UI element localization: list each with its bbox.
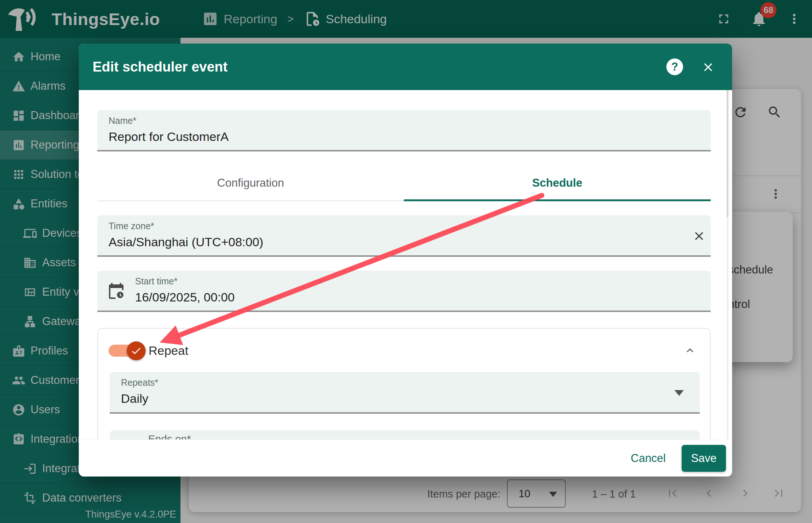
name-field[interactable]: Name* Report for CustomerA <box>97 110 711 151</box>
save-button[interactable]: Save <box>682 445 726 472</box>
tab-schedule[interactable]: Schedule <box>404 165 711 200</box>
edit-scheduler-event-dialog: Edit scheduler event ? Name* Report for … <box>79 44 732 477</box>
repeat-toggle[interactable] <box>109 339 151 363</box>
app-screen: ThingsEye.io Reporting > Scheduling 68 H… <box>0 0 812 523</box>
repeat-section: Repeat Repeats* Daily Ends on* <box>97 328 711 448</box>
start-time-value: 16/09/2025, 00:00 <box>135 290 235 304</box>
dropdown-arrow-icon <box>674 390 684 396</box>
calendar-clock-icon[interactable] <box>107 282 125 300</box>
dialog-header: Edit scheduler event ? <box>79 44 732 90</box>
timezone-field[interactable]: Time zone* Asia/Shanghai (UTC+08:00) <box>97 215 711 257</box>
dialog-tabs: Configuration Schedule <box>97 165 711 201</box>
toggle-thumb-check-icon <box>127 341 146 360</box>
dialog-title: Edit scheduler event <box>93 44 228 90</box>
start-time-field[interactable]: Start time* 16/09/2025, 00:00 <box>97 271 711 312</box>
timezone-clear-icon[interactable] <box>692 229 706 243</box>
help-icon[interactable]: ? <box>666 58 683 75</box>
repeat-label: Repeat <box>149 344 188 358</box>
repeats-value: Daily <box>121 392 149 406</box>
close-icon[interactable] <box>701 60 715 74</box>
name-label: Name* <box>109 115 136 126</box>
name-value: Report for CustomerA <box>109 130 229 144</box>
tab-configuration[interactable]: Configuration <box>97 165 404 200</box>
timezone-label: Time zone* <box>109 221 154 231</box>
timezone-value: Asia/Shanghai (UTC+08:00) <box>109 235 263 249</box>
dialog-scrollbar-thumb[interactable] <box>727 90 728 217</box>
repeats-select[interactable]: Repeats* Daily <box>110 372 700 414</box>
collapse-chevron-icon[interactable] <box>683 344 697 357</box>
repeats-label: Repeats* <box>121 377 158 388</box>
start-time-label: Start time* <box>135 276 178 287</box>
active-tab-underline <box>404 199 711 201</box>
cancel-button[interactable]: Cancel <box>623 449 674 468</box>
dialog-footer: Cancel Save <box>79 439 732 477</box>
